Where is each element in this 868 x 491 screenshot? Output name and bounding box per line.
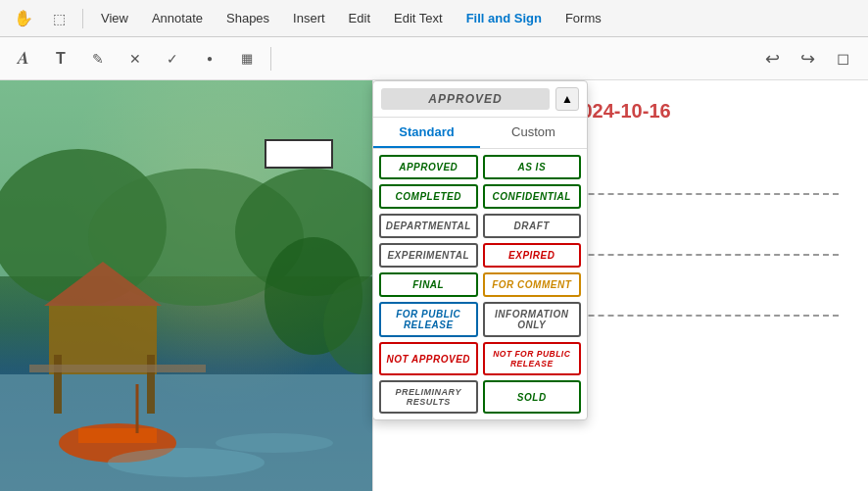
stamp-preliminary-results[interactable]: PRELIMINARY RESULTS bbox=[379, 380, 478, 414]
check-tool[interactable]: ✓ bbox=[157, 43, 188, 74]
stamp-departmental[interactable]: DEPARTMENTAL bbox=[379, 214, 478, 238]
stamp-for-comment[interactable]: FOR COMMENT bbox=[483, 272, 582, 297]
svg-rect-7 bbox=[54, 355, 62, 414]
tab-standard[interactable]: Standard bbox=[373, 118, 480, 148]
stamps-list: APPROVED AS IS COMPLETED CONFIDENTIAL DE… bbox=[373, 149, 587, 419]
svg-point-13 bbox=[216, 433, 333, 453]
menu-shapes[interactable]: Shapes bbox=[217, 7, 279, 29]
stamp-tabs: Standard Custom bbox=[373, 118, 587, 149]
stamp-not-for-public-release[interactable]: NOT FOR PUBLIC RELEASE bbox=[483, 342, 582, 375]
menu-bar: ✋ ⬚ View Annotate Shapes Insert Edit Edi… bbox=[0, 0, 868, 37]
menu-view[interactable]: View bbox=[91, 7, 138, 29]
menu-fill-and-sign[interactable]: Fill and Sign bbox=[457, 7, 552, 29]
text-field-tool[interactable]: 𝑨 bbox=[8, 43, 39, 74]
svg-rect-16 bbox=[29, 365, 206, 372]
fill-sign-tools: ↩ ↪ ◻ bbox=[756, 43, 858, 74]
stamp-panel: APPROVED ▲ Standard Custom APPROVED AS I… bbox=[372, 80, 588, 420]
stamp-expired[interactable]: EXPIRED bbox=[483, 243, 582, 268]
redo-button[interactable]: ↪ bbox=[792, 43, 823, 74]
stamp-approved[interactable]: APPROVED bbox=[379, 155, 478, 179]
stamp-for-public-release[interactable]: FOR PUBLIC RELEASE bbox=[379, 302, 478, 337]
stamp-header: APPROVED ▲ bbox=[373, 81, 587, 118]
undo-button[interactable]: ↩ bbox=[756, 43, 788, 74]
signature-tool[interactable]: ✎ bbox=[82, 43, 114, 74]
menu-annotate[interactable]: Annotate bbox=[142, 7, 213, 29]
menu-forms[interactable]: Forms bbox=[555, 7, 611, 29]
toolbar-separator bbox=[270, 47, 271, 71]
menu-edit-text[interactable]: Edit Text bbox=[384, 7, 453, 29]
svg-rect-5 bbox=[49, 306, 157, 374]
dot-tool[interactable]: ● bbox=[194, 43, 225, 74]
toolbar: 𝑨 T ✎ ✕ ✓ ● ▦ ↩ ↪ ◻ bbox=[0, 37, 868, 80]
menu-insert[interactable]: Insert bbox=[283, 7, 335, 29]
svg-point-12 bbox=[108, 448, 265, 477]
menu-edit[interactable]: Edit bbox=[339, 7, 380, 29]
selection-tool-menu[interactable]: ⬚ bbox=[43, 3, 74, 34]
calendar-tool[interactable]: ▦ bbox=[231, 43, 263, 74]
photo-area bbox=[0, 80, 372, 491]
tab-custom[interactable]: Custom bbox=[480, 118, 587, 148]
menu-separator-1 bbox=[82, 9, 83, 28]
svg-rect-10 bbox=[78, 428, 157, 443]
current-stamp-label: APPROVED bbox=[381, 88, 550, 110]
stamp-confidential[interactable]: CONFIDENTIAL bbox=[483, 184, 582, 209]
stamp-sold[interactable]: SOLD bbox=[483, 380, 582, 414]
stamp-collapse-button[interactable]: ▲ bbox=[555, 87, 579, 111]
stamp-experimental[interactable]: EXPERIMENTAL bbox=[379, 243, 478, 268]
cross-tool[interactable]: ✕ bbox=[120, 43, 151, 74]
stamp-as-is[interactable]: AS IS bbox=[483, 155, 582, 179]
stamp-final[interactable]: FINAL bbox=[379, 272, 478, 297]
stamp-not-approved[interactable]: NOT APPROVED bbox=[379, 342, 478, 375]
clear-button[interactable]: ◻ bbox=[827, 43, 858, 74]
hand-tool-menu[interactable]: ✋ bbox=[8, 3, 39, 34]
text-tool[interactable]: T bbox=[45, 43, 76, 74]
stamp-information-only[interactable]: INFORMATION ONLY bbox=[483, 302, 582, 337]
stamp-completed[interactable]: COMPLETED bbox=[379, 184, 478, 209]
stamp-draft[interactable]: DRAFT bbox=[483, 214, 582, 238]
text-box-overlay[interactable] bbox=[265, 139, 333, 169]
svg-rect-8 bbox=[147, 355, 155, 414]
